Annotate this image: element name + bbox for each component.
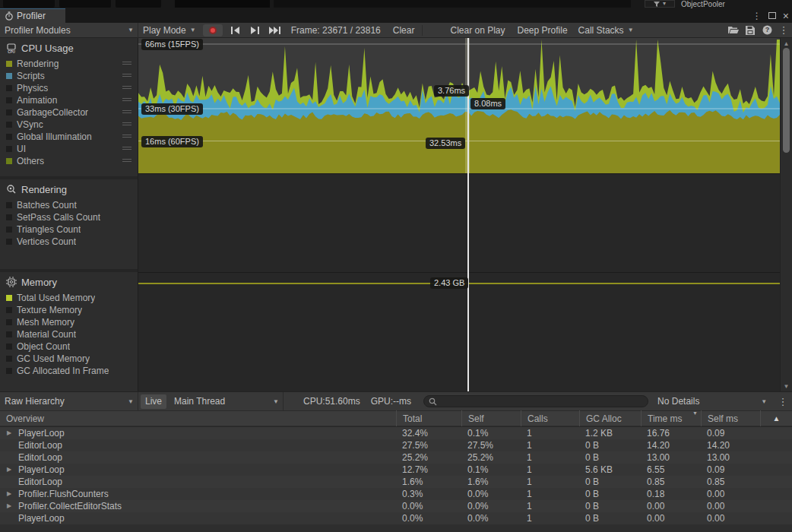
column-gc-alloc[interactable]: GC Alloc <box>579 410 641 426</box>
expand-arrow-icon[interactable]: ▶ <box>7 490 11 497</box>
legend-item-others[interactable]: Others <box>0 155 138 167</box>
expand-arrow-icon[interactable]: ▶ <box>7 466 11 473</box>
live-toggle[interactable]: Live <box>141 394 166 409</box>
profiler-modules-dropdown[interactable]: Profiler Modules ▼ <box>0 23 138 38</box>
previous-frame-button[interactable] <box>227 24 245 36</box>
legend-item-setpass-calls-count[interactable]: SetPass Calls Count <box>0 211 138 223</box>
table-row[interactable]: EditorLoop27.5%27.5%10 B14.2014.20 <box>0 439 792 451</box>
svg-text:CPU: CPU <box>8 50 15 54</box>
thread-dropdown[interactable]: Main Thread ▼ <box>169 392 284 411</box>
filter-dropdown[interactable]: ▾ <box>645 0 675 8</box>
legend-item-batches-count[interactable]: Batches Count <box>0 199 138 211</box>
row-value-cell: 0.00 <box>641 500 701 512</box>
column-calls[interactable]: Calls <box>521 410 579 426</box>
column-time-ms[interactable]: Time ms ▼ <box>641 410 701 426</box>
hierarchy-mode-dropdown[interactable]: Raw Hierarchy ▼ <box>0 392 138 411</box>
table-row[interactable]: ▶PlayerLoop32.4%0.1%11.2 KB16.760.09 <box>0 427 792 439</box>
legend-item-mesh-memory[interactable]: Mesh Memory <box>0 316 138 328</box>
legend-item-ui[interactable]: UI <box>0 143 138 155</box>
legend-item-triangles-count[interactable]: Triangles Count <box>0 223 138 236</box>
sort-direction-icon: ▲ <box>773 414 781 423</box>
caret-down-icon: ▼ <box>628 27 634 33</box>
record-button[interactable] <box>203 24 223 36</box>
column-overview[interactable]: Overview <box>0 410 396 426</box>
legend-item-total-used-memory[interactable]: Total Used Memory <box>0 292 138 304</box>
current-frame-button[interactable] <box>266 24 284 36</box>
table-row[interactable]: PlayerLoop0.0%0.0%10 B0.000.00 <box>0 512 792 524</box>
detail-menu-button[interactable]: ⋮ <box>775 396 790 407</box>
play-mode-dropdown[interactable]: Play Mode ▼ <box>138 23 200 38</box>
drag-handle-icon[interactable] <box>122 122 131 127</box>
legend-item-texture-memory[interactable]: Texture Memory <box>0 304 138 316</box>
toolbar-separator <box>422 25 423 36</box>
clear-button[interactable]: Clear <box>387 23 421 38</box>
legend-color-chip <box>6 239 12 245</box>
background-field <box>175 0 270 8</box>
table-row[interactable]: ▶PlayerLoop12.7%0.1%15.6 KB6.550.09 <box>0 464 792 476</box>
selected-frame-value-flag: 32.53ms <box>426 138 465 149</box>
tab-profiler[interactable]: Profiler <box>0 8 65 23</box>
column-self-ms[interactable]: Self ms <box>701 410 760 426</box>
scroll-up-icon[interactable]: ▲ <box>781 39 792 48</box>
close-icon[interactable]: × <box>783 10 789 22</box>
memory-header: Memory <box>0 272 138 292</box>
drag-handle-icon[interactable] <box>122 98 131 103</box>
legend-item-object-count[interactable]: Object Count <box>0 340 138 353</box>
save-profile-button[interactable] <box>742 24 759 37</box>
drag-handle-icon[interactable] <box>122 135 131 139</box>
table-row[interactable]: ▶Profiler.CollectEditorStats0.0%0.0%10 B… <box>0 500 792 512</box>
table-row[interactable]: EditorLoop1.6%1.6%10 B0.850.85 <box>0 476 792 488</box>
caret-down-icon: ▼ <box>128 27 134 33</box>
cpu-usage-chart[interactable]: 66ms (15FPS)33ms (30FPS)16ms (60FPS) 3.7… <box>138 38 780 173</box>
memory-chart[interactable]: 2.43 GB <box>138 272 780 391</box>
legend-item-global-illumination[interactable]: Global Illumination <box>0 131 138 143</box>
column-self[interactable]: Self <box>461 410 521 426</box>
legend-item-physics[interactable]: Physics <box>0 82 138 94</box>
legend-item-garbagecollector[interactable]: GarbageCollector <box>0 106 138 119</box>
legend-item-scripts[interactable]: Scripts <box>0 70 138 82</box>
table-row[interactable]: ▶Profiler.FlushCounters0.3%0.0%10 B0.180… <box>0 488 792 500</box>
row-value-cell: 0 B <box>579 451 641 464</box>
chart-scrollbar[interactable]: ▲ ▼ <box>780 38 792 391</box>
drag-handle-icon[interactable] <box>122 159 131 163</box>
deep-profile-toggle[interactable]: Deep Profile <box>512 23 574 38</box>
load-profile-button[interactable] <box>725 24 742 37</box>
column-total[interactable]: Total <box>396 410 461 426</box>
call-stacks-dropdown[interactable]: Call Stacks ▼ <box>574 23 638 38</box>
search-field[interactable] <box>423 395 648 407</box>
row-value-cell: 27.5% <box>461 439 521 451</box>
legend-label: Batches Count <box>17 200 77 211</box>
legend-item-vsync[interactable]: VSync <box>0 119 138 131</box>
maximize-icon[interactable] <box>768 12 776 19</box>
search-input[interactable] <box>439 397 629 406</box>
scroll-down-icon[interactable]: ▼ <box>781 382 792 391</box>
toolbar-menu-button[interactable]: ⋮ <box>775 24 792 37</box>
legend-item-vertices-count[interactable]: Vertices Count <box>0 236 138 248</box>
drag-handle-icon[interactable] <box>122 147 131 151</box>
rendering-module[interactable]: Rendering Batches CountSetPass Calls Cou… <box>0 179 138 269</box>
clear-on-play-toggle[interactable]: Clear on Play <box>444 23 511 38</box>
row-value-cell: 1 <box>521 427 579 439</box>
memory-module[interactable]: Memory Total Used MemoryTexture MemoryMe… <box>0 272 138 391</box>
legend-item-gc-used-memory[interactable]: GC Used Memory <box>0 353 138 365</box>
window-menu-icon[interactable]: ⋮ <box>752 11 762 21</box>
row-value-cell: 0.00 <box>701 500 760 512</box>
drag-handle-icon[interactable] <box>122 86 131 90</box>
next-frame-button[interactable] <box>246 24 265 36</box>
help-button[interactable]: ? <box>759 24 775 37</box>
legend-item-animation[interactable]: Animation <box>0 94 138 106</box>
legend-item-rendering[interactable]: Rendering <box>0 58 138 70</box>
table-row[interactable]: EditorLoop25.2%25.2%10 B13.0013.00 <box>0 451 792 464</box>
rendering-chart[interactable] <box>138 173 780 272</box>
drag-handle-icon[interactable] <box>122 110 131 115</box>
column-sort-indicator[interactable]: ▲ <box>760 410 792 426</box>
details-mode-dropdown[interactable]: No Details ▼ <box>653 392 771 411</box>
drag-handle-icon[interactable] <box>122 74 131 78</box>
expand-arrow-icon[interactable]: ▶ <box>7 429 11 436</box>
drag-handle-icon[interactable] <box>122 62 131 66</box>
legend-item-gc-allocated-in-frame[interactable]: GC Allocated In Frame <box>0 365 138 377</box>
legend-item-material-count[interactable]: Material Count <box>0 328 138 340</box>
scrollbar-thumb[interactable] <box>783 48 790 153</box>
expand-arrow-icon[interactable]: ▶ <box>7 502 11 509</box>
cpu-usage-module[interactable]: CPU CPU Usage RenderingScriptsPhysicsAni… <box>0 38 138 176</box>
